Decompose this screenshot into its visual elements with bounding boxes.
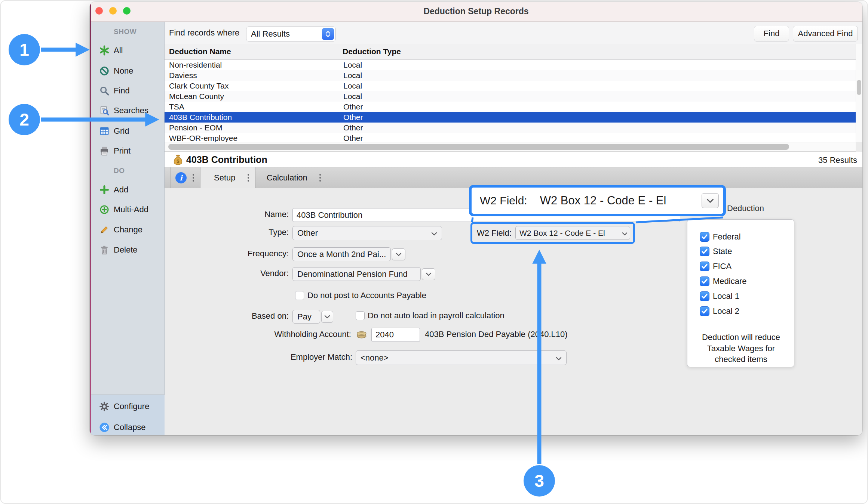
employer-match-label: Employer Match: [240, 352, 352, 362]
find-records-where-label: Find records where [169, 28, 239, 38]
tax-item-label: FICA [713, 262, 731, 271]
sidebar-item-print[interactable]: Print [90, 143, 165, 158]
sidebar-item-all[interactable]: All [90, 43, 165, 58]
w2-zoom-label: W2 Field: [480, 194, 527, 207]
sidebar-item-label: Print [114, 146, 131, 156]
table-row[interactable]: DaviessLocal [165, 70, 856, 81]
magnifier-icon [98, 86, 111, 96]
segment-menu-dots-icon[interactable] [319, 177, 321, 179]
popup-arrows-icon [322, 28, 334, 40]
sidebar-item-label: Configure [114, 402, 149, 411]
frequency-chevron-button[interactable] [392, 248, 405, 260]
checked-checkbox-icon[interactable] [700, 306, 709, 316]
table-row[interactable]: McLean CountyLocal [165, 91, 856, 102]
sidebar-item-label: Change [114, 225, 142, 235]
checked-checkbox-icon[interactable] [700, 247, 709, 256]
withholding-account-input[interactable]: 2040 [371, 328, 420, 342]
column-header-deduction-type[interactable]: Deduction Type [343, 47, 401, 56]
tax-item-federal[interactable]: Federal [700, 232, 741, 242]
w2-zoom-value: W2 Box 12 - Code E - El [540, 194, 702, 207]
sidebar: SHOW All None Find Searches Grid [90, 22, 165, 435]
tab-calculation[interactable]: Calculation [255, 167, 327, 188]
sidebar-item-none[interactable]: None [90, 64, 165, 78]
annotation-step-1: 1 [9, 34, 40, 65]
cell-deduction-type: Local [343, 60, 362, 70]
segment-menu-dots-icon[interactable] [248, 177, 249, 179]
tab-setup[interactable]: Setup [200, 167, 255, 188]
w2-field-dropdown[interactable]: W2 Box 12 - Code E - El [515, 226, 630, 240]
app-window: Deduction Setup Records SHOW All None Fi… [90, 2, 862, 435]
table-row[interactable]: Clark County TaxLocal [165, 81, 856, 91]
table-row-selected[interactable]: 403B ContributionOther [165, 112, 856, 123]
window-title: Deduction Setup Records [90, 6, 862, 16]
sidebar-footer: Configure Collapse [90, 395, 165, 435]
advanced-find-button[interactable]: Advanced Find [793, 26, 858, 41]
chevron-down-icon [556, 353, 562, 363]
cell-deduction-type: Local [343, 91, 362, 102]
table-row[interactable]: Non-residentialLocal [165, 60, 856, 70]
sidebar-item-find[interactable]: Find [90, 83, 165, 98]
table-header: Deduction Name Deduction Type [165, 44, 862, 60]
sidebar-do-label: DO [114, 167, 125, 175]
based-on-dropdown[interactable]: Pay [292, 310, 320, 324]
cell-deduction-name: TSA [169, 102, 184, 112]
cell-deduction-name: Clark County Tax [169, 81, 229, 91]
checked-checkbox-icon[interactable] [700, 262, 709, 271]
sidebar-item-change[interactable]: Change [90, 222, 165, 237]
saved-search-icon [98, 105, 111, 116]
cell-deduction-name: 403B Contribution [169, 112, 232, 123]
vertical-scrollbar-thumb[interactable] [857, 80, 861, 95]
checked-checkbox-icon[interactable] [700, 276, 709, 286]
sidebar-item-collapse[interactable]: Collapse [90, 420, 165, 435]
w2-field-label: W2 Field: [477, 228, 512, 238]
table-row[interactable]: TSAOther [165, 102, 856, 112]
sidebar-item-label: Delete [114, 245, 138, 255]
frequency-dropdown[interactable]: Once a Month 2nd Pai... [292, 247, 391, 261]
w2-field-value: W2 Box 12 - Code E - El [519, 229, 622, 238]
based-on-chevron-button[interactable] [321, 311, 333, 323]
results-filter-value: All Results [251, 29, 322, 39]
sidebar-item-multi-add[interactable]: Multi-Add [90, 202, 165, 217]
table-row[interactable]: WBF-OR-employeeOther [165, 133, 856, 142]
tax-item-state[interactable]: State [700, 247, 732, 256]
taxable-wages-panel: Federal State FICA Medicare Local 1 Loca… [687, 219, 794, 367]
type-dropdown[interactable]: Other [292, 226, 442, 240]
tax-item-medicare[interactable]: Medicare [700, 276, 746, 286]
auto-load-checkbox[interactable] [356, 311, 365, 320]
tax-item-local-1[interactable]: Local 1 [700, 291, 739, 301]
column-separator [415, 60, 415, 142]
sidebar-item-configure[interactable]: Configure [90, 399, 165, 414]
sidebar-item-label: Multi-Add [114, 205, 148, 214]
sidebar-item-searches[interactable]: Searches [90, 103, 165, 118]
cell-deduction-type: Other [343, 123, 363, 133]
tax-item-local-2[interactable]: Local 2 [700, 306, 739, 316]
info-icon[interactable]: i [175, 172, 187, 183]
do-not-post-ap-checkbox[interactable] [295, 291, 304, 300]
cell-deduction-type: Other [343, 133, 363, 142]
tax-item-fica[interactable]: FICA [700, 262, 731, 271]
checked-checkbox-icon[interactable] [700, 232, 709, 242]
coins-icon[interactable] [355, 328, 369, 341]
checked-checkbox-icon[interactable] [700, 291, 709, 301]
horizontal-scrollbar-thumb[interactable] [168, 144, 789, 150]
cell-deduction-name: Non-residential [169, 60, 222, 70]
frequency-value: Once a Month 2nd Pai... [297, 250, 386, 259]
segment-menu-dots-icon[interactable] [193, 177, 194, 179]
cell-deduction-name: Pension - EOM [169, 123, 222, 133]
chevron-down-icon [702, 193, 719, 208]
results-filter-dropdown[interactable]: All Results [246, 27, 336, 41]
sidebar-item-delete[interactable]: Delete [90, 242, 165, 257]
annotation-step-3: 3 [524, 465, 555, 497]
employer-match-dropdown[interactable]: <none> [356, 350, 567, 365]
vendor-dropdown[interactable]: Denominational Pension Fund [292, 267, 421, 281]
w2-field-highlight: W2 Field: W2 Box 12 - Code E - El [470, 222, 635, 244]
screenshot-page: Deduction Setup Records SHOW All None Fi… [0, 0, 868, 504]
name-label: Name: [214, 210, 289, 219]
find-button[interactable]: Find [754, 26, 789, 41]
sidebar-item-grid[interactable]: Grid [90, 124, 165, 139]
sidebar-item-add[interactable]: Add [90, 182, 165, 197]
tab-setup-label: Setup [214, 173, 236, 183]
vendor-chevron-button[interactable] [422, 268, 435, 280]
table-row[interactable]: Pension - EOMOther [165, 123, 856, 133]
column-header-deduction-name[interactable]: Deduction Name [169, 47, 231, 56]
